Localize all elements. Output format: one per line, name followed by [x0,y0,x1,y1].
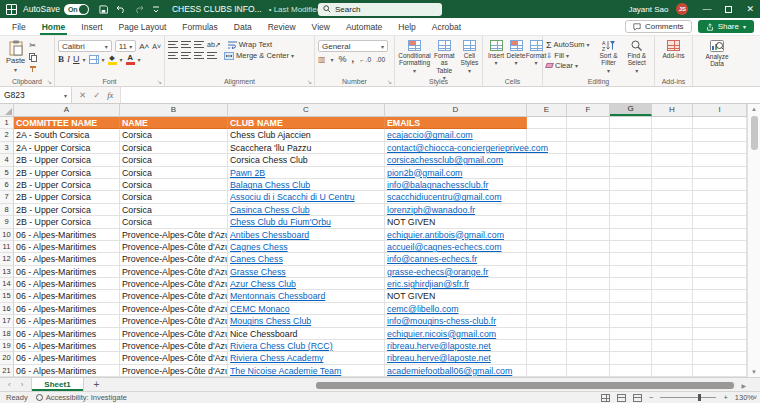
decrease-decimal-icon[interactable]: .00 [376,56,385,63]
font-color-button[interactable]: A [126,54,135,65]
alignment-dialog-launcher-icon[interactable]: ↘ [307,78,312,85]
font-dialog-launcher-icon[interactable]: ↘ [157,78,162,85]
row-header-15[interactable]: 15 [0,290,14,302]
cell[interactable] [527,117,567,129]
cell[interactable] [610,315,652,327]
cell[interactable]: corsicachessclub@gmail.com [385,154,527,166]
cell[interactable]: NOT GIVEN [385,216,527,228]
font-size-select[interactable]: 11▾ [115,40,137,52]
wrap-text-button[interactable]: Wrap Text [228,40,273,49]
cell[interactable]: Corsica [120,191,228,203]
zoom-out-button[interactable]: − [649,393,653,402]
cell[interactable]: scacchidiucentru@gmail.com [385,191,527,203]
cell[interactable]: The Nicoise Academie Team [228,365,385,377]
cell[interactable] [693,142,747,154]
column-header-a[interactable]: A [14,104,120,116]
cell[interactable] [527,179,567,191]
cell[interactable]: Riviera Chess Academy [228,352,385,364]
orientation-icon[interactable]: ab↗ [207,41,221,49]
cell[interactable]: cemc@libello.com [385,303,527,315]
cell[interactable]: Cagnes Chess [228,241,385,253]
cell[interactable] [567,129,610,141]
cell[interactable] [527,278,567,290]
cell[interactable] [652,328,693,340]
cell[interactable] [693,216,747,228]
cell[interactable] [652,352,693,364]
row-header-3[interactable]: 3 [0,142,14,154]
clear-button[interactable]: Clear▾ [546,61,594,70]
cell[interactable] [527,340,567,352]
cell[interactable] [610,352,652,364]
cell[interactable]: 06 - Alpes-Maritimes [14,303,120,315]
cell[interactable] [610,154,652,166]
cell[interactable] [610,278,652,290]
cell[interactable]: 06 - Alpes-Maritimes [14,315,120,327]
cell[interactable] [527,266,567,278]
save-icon[interactable] [99,5,108,14]
cell[interactable] [610,129,652,141]
cell[interactable] [527,167,567,179]
chevron-down-icon[interactable]: ▾ [138,56,141,63]
tab-help[interactable]: Help [390,18,423,35]
format-painter-icon[interactable] [29,65,38,73]
cell[interactable]: 06 - Alpes-Maritimes [14,241,120,253]
cell[interactable] [567,278,610,290]
cell[interactable] [693,278,747,290]
cell[interactable]: accueil@cagnes-echecs.com [385,241,527,253]
cell[interactable] [693,340,747,352]
increase-decimal-icon[interactable]: ←.0 [359,56,371,63]
cell[interactable] [527,303,567,315]
cell[interactable]: lorenziph@wanadoo.fr [385,204,527,216]
cell[interactable]: info@balagnachessclub.fr [385,179,527,191]
select-all-button[interactable] [0,104,14,116]
cell[interactable]: Corsica [120,216,228,228]
tab-acrobat[interactable]: Acrobat [424,18,469,35]
cell[interactable] [567,290,610,302]
cell[interactable] [693,191,747,203]
zoom-slider[interactable] [660,397,716,398]
align-center-icon[interactable] [181,52,191,59]
cell[interactable]: grasse-echecs@orange.fr [385,266,527,278]
cell[interactable]: eric.sighirdjian@sfr.fr [385,278,527,290]
cell[interactable]: Azur Chess Club [228,278,385,290]
redo-icon[interactable] [134,5,144,13]
row-header-5[interactable]: 5 [0,167,14,179]
row-header-11[interactable]: 11 [0,241,14,253]
cell[interactable] [693,167,747,179]
cell[interactable] [693,129,747,141]
cell[interactable] [610,290,652,302]
cell[interactable]: Provence-Alpes-Côte d'Azur [120,315,228,327]
cell[interactable] [693,315,747,327]
column-header-h[interactable]: H [652,104,693,116]
cell[interactable] [693,154,747,166]
fill-color-button[interactable]: ◆ [108,54,117,65]
cell[interactable]: 2B - Upper Corsica [14,179,120,191]
cell[interactable]: pion2b@gmail.com [385,167,527,179]
cell[interactable] [527,352,567,364]
cell[interactable] [652,191,693,203]
cell[interactable]: Provence-Alpes-Côte d'Azur [120,229,228,241]
cell[interactable] [610,266,652,278]
cell[interactable] [652,167,693,179]
cell[interactable]: Nice Chessboard [228,328,385,340]
cut-icon[interactable]: ✂ [29,41,38,50]
tab-review[interactable]: Review [260,18,304,35]
cell[interactable] [693,117,747,129]
cell[interactable] [567,241,610,253]
cell[interactable] [567,340,610,352]
column-header-g[interactable]: G [610,104,652,116]
name-box[interactable]: G823 ▾ [0,87,72,103]
fill-button[interactable]: ⇓Fill▾ [546,51,594,60]
cell[interactable]: Mougins Chess Club [228,315,385,327]
cell[interactable]: Chess Club Ajaccien [228,129,385,141]
conditional-formatting-button[interactable]: Conditional Formatting ▾ [398,39,431,83]
collapse-ribbon-icon[interactable]: ˅ [753,394,757,401]
delete-cells-button[interactable]: Delete ▾ [506,39,526,68]
format-as-table-button[interactable]: Format as Table ▾ [431,39,458,83]
cell[interactable] [693,328,747,340]
cell[interactable]: Provence-Alpes-Côte d'Azur [120,253,228,265]
cell[interactable] [652,290,693,302]
cell[interactable]: EMAILS [385,117,527,129]
align-bottom-icon[interactable] [194,41,204,48]
tab-data[interactable]: Data [226,18,260,35]
